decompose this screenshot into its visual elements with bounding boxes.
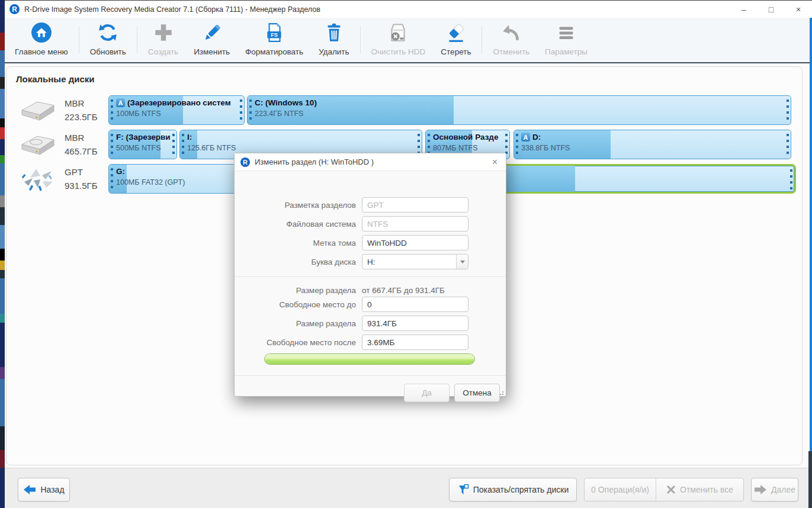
window-controls: – □ × [730, 1, 812, 18]
partition-details: 223.4ГБ NTFS [255, 110, 785, 118]
menu-lines-icon [556, 22, 577, 43]
disk-size: 465.7ГБ [65, 144, 98, 158]
wipe-hdd-button[interactable]: Очистить HDD [364, 18, 434, 62]
partition-reserved-system[interactable]: A(Зарезервировано систем 100МБ NTFS [108, 95, 245, 125]
dialog-titlebar: R Изменить раздел (H: WinToHDD ) × [235, 153, 506, 171]
partition-scheme-label: Разметка разделов [235, 201, 362, 210]
desktop-edge [0, 0, 5, 508]
hdd-icon [18, 97, 57, 124]
resize-handle-left[interactable] [182, 134, 184, 156]
disk-meta: MBR 223.5ГБ [65, 97, 98, 124]
back-arrow-icon [23, 484, 36, 496]
toolbar-separator [482, 26, 482, 54]
maximize-button[interactable]: □ [758, 1, 785, 18]
fs-badge-text: FS [271, 32, 278, 38]
wipe-hdd-icon [387, 22, 409, 43]
cancel-button[interactable]: Отмена [454, 384, 500, 402]
trash-icon [323, 22, 345, 43]
resize-handle-right[interactable] [172, 134, 175, 156]
format-button[interactable]: FS Форматировать [237, 18, 311, 62]
resize-handle-right[interactable] [787, 134, 789, 156]
disk-type: MBR [65, 131, 98, 144]
free-before-label: Свободное место до [235, 300, 362, 309]
toolbar: Главное меню Обновить Создать Изменить F… [5, 18, 810, 63]
window-title: R-Drive Image System Recovery Media Crea… [24, 5, 320, 14]
footer-bar: Назад Показать/спрятать диски 0 Операци(… [5, 468, 808, 508]
main-menu-button[interactable]: Главное меню [7, 18, 76, 62]
toolbar-separator [137, 26, 137, 54]
disk-meta: GPT 931.5ГБ [65, 165, 98, 193]
minimize-button[interactable]: – [730, 1, 758, 18]
pencil-icon [201, 22, 223, 43]
cancel-all-button[interactable]: Отменить все [656, 478, 743, 501]
format-fs-icon: FS [264, 22, 285, 43]
window-right-border-bottom [808, 451, 812, 508]
partition-details: 807МБ NTFS [433, 144, 503, 152]
operations-count-button[interactable]: 0 Операци(я/и) [585, 478, 656, 501]
resize-handle-left[interactable] [111, 99, 113, 122]
resize-handle-left[interactable] [516, 134, 518, 156]
delete-button[interactable]: Удалить [311, 18, 357, 62]
free-after-field[interactable] [362, 335, 468, 350]
plus-icon [153, 22, 174, 43]
disk-size: 931.5ГБ [65, 179, 98, 192]
partition-track: A(Зарезервировано систем 100МБ NTFS C: (… [108, 95, 791, 125]
size-range-value: от 667.4ГБ до 931.4ГБ [362, 286, 445, 295]
partition-size-field[interactable] [362, 316, 468, 331]
next-button[interactable]: Далее [751, 478, 798, 501]
titlebar: R R-Drive Image System Recovery Media Cr… [5, 0, 812, 18]
resize-handle-left[interactable] [249, 99, 252, 122]
resize-handle-left[interactable] [111, 134, 113, 156]
active-flag-icon: A [521, 133, 530, 142]
dialog-divider [235, 276, 506, 278]
cancel-all-x-icon [666, 485, 676, 494]
resize-handle-right[interactable] [787, 99, 789, 122]
disk-type: GPT [65, 165, 98, 179]
partition-name: I: [187, 133, 192, 142]
toolbar-separator [360, 26, 361, 54]
partition-scheme-field[interactable] [362, 197, 468, 213]
partition-d[interactable]: AD: 338.8ГБ NTFS [513, 130, 791, 159]
drive-letter-label: Буква диска [235, 258, 362, 266]
window-right-border [810, 18, 812, 451]
dropdown-button[interactable] [456, 255, 468, 269]
dialog-close-icon[interactable]: × [490, 157, 500, 168]
resize-handle-right[interactable] [240, 99, 242, 122]
disk-meta: MBR 465.7ГБ [65, 131, 98, 159]
yes-button[interactable]: Да [404, 384, 450, 402]
file-system-field[interactable] [362, 216, 468, 232]
undo-button[interactable]: Отменить [485, 18, 537, 62]
undo-icon [500, 22, 522, 43]
section-title: Локальные диски [16, 74, 94, 84]
partition-c-windows[interactable]: C: (Windows 10) 223.4ГБ NTFS [247, 95, 791, 125]
refresh-button[interactable]: Обновить [82, 18, 134, 62]
slider-fill [265, 354, 474, 364]
eraser-icon [445, 22, 467, 43]
volume-label-field[interactable] [362, 235, 468, 250]
toolbar-separator [79, 26, 79, 54]
close-button[interactable]: × [785, 1, 812, 18]
edit-button[interactable]: Изменить [186, 18, 237, 62]
partition-name: C: (Windows 10) [255, 98, 317, 107]
dialog-body: Разметка разделов Файловая система Метка… [235, 171, 506, 397]
partition-size-slider[interactable] [264, 353, 475, 365]
resize-handle-left[interactable] [111, 168, 113, 191]
back-button[interactable]: Назад [18, 478, 70, 501]
parameters-button[interactable]: Параметры [537, 18, 595, 62]
chevron-down-icon [460, 261, 465, 263]
partition-name: (Зарезервировано систем [127, 98, 231, 107]
show-hide-disks-button[interactable]: Показать/спрятать диски [449, 478, 577, 501]
partition-f-reserved[interactable]: F: (Зарезерви 500МБ NTFS [108, 130, 177, 159]
erase-button[interactable]: Стереть [433, 18, 479, 62]
partition-name: F: (Зарезерви [116, 133, 171, 142]
dialog-divider [235, 375, 506, 377]
create-button[interactable]: Создать [140, 18, 186, 62]
partition-details: 500МБ NTFS [116, 144, 171, 152]
free-before-field[interactable] [362, 297, 468, 312]
resize-handle-right[interactable] [790, 169, 792, 192]
free-after-label: Свободное место после [235, 338, 362, 347]
file-system-label: Файловая система [235, 220, 362, 229]
drive-letter-select[interactable]: H: [362, 254, 468, 269]
disk-row: MBR 223.5ГБ A(Зарезервировано систем 100… [7, 95, 802, 126]
resize-grip[interactable] [498, 390, 504, 396]
